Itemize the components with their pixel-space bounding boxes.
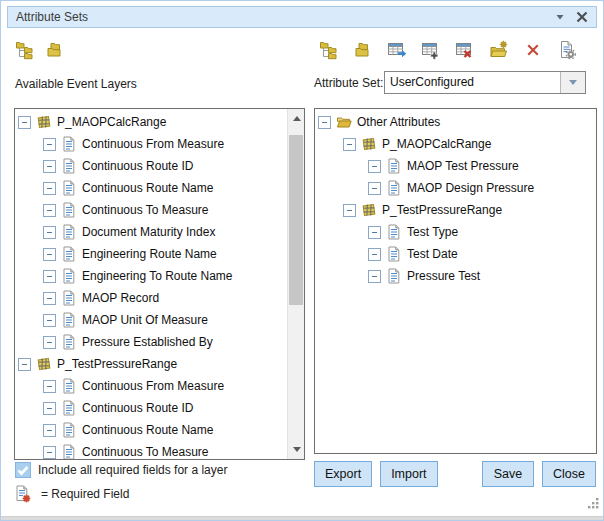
tree-item[interactable]: Pressure Established By	[15, 331, 287, 353]
collapse-toggle[interactable]	[43, 138, 56, 151]
attribute-set-row: Attribute Set: UserConfigured	[314, 71, 586, 94]
tree-item-label: Continuous To Measure	[82, 445, 209, 459]
collapse-toggle[interactable]	[318, 116, 331, 129]
export-button[interactable]: Export	[314, 461, 372, 487]
collapse-toggle[interactable]	[43, 446, 56, 459]
save-button[interactable]: Save	[482, 461, 534, 487]
report-settings-button[interactable]	[557, 40, 577, 60]
attribute-set-layers-button[interactable]	[319, 40, 339, 60]
window-collapse-button[interactable]	[552, 9, 568, 25]
minus-icon	[47, 232, 52, 233]
field-icon	[61, 444, 77, 460]
dropdown-arrow-button[interactable]	[560, 72, 585, 93]
collapse-toggle[interactable]	[43, 248, 56, 261]
collapse-toggle[interactable]	[43, 314, 56, 327]
tree-item[interactable]: P_TestPressureRange	[15, 353, 287, 375]
tree-item[interactable]: Test Type	[315, 221, 596, 243]
tree-item-label: Test Date	[407, 247, 458, 261]
close-button[interactable]: Close	[542, 461, 596, 487]
tree-item[interactable]: Continuous From Measure	[15, 133, 287, 155]
field-icon	[61, 290, 77, 306]
tree-item[interactable]: P_TestPressureRange	[315, 199, 596, 221]
open-folder-button[interactable]	[353, 40, 373, 60]
vertical-scrollbar[interactable]	[287, 109, 304, 459]
minus-icon	[47, 188, 52, 189]
tree-item[interactable]: Engineering Route Name	[15, 243, 287, 265]
scroll-down-button[interactable]	[288, 441, 305, 458]
remove-table-button[interactable]	[455, 40, 475, 60]
collapse-toggle[interactable]	[18, 358, 31, 371]
tree-item[interactable]: Pressure Test	[315, 265, 596, 287]
event-layer-icon	[361, 136, 377, 152]
field-icon	[61, 202, 77, 218]
collapse-toggle[interactable]	[343, 204, 356, 217]
collapse-toggle[interactable]	[368, 182, 381, 195]
tree-item[interactable]: P_MAOPCalcRange	[315, 133, 596, 155]
collapse-toggle[interactable]	[43, 226, 56, 239]
tree-item[interactable]: Continuous Route ID	[15, 397, 287, 419]
open-attribute-set-button[interactable]	[45, 40, 65, 60]
import-button[interactable]: Import	[380, 461, 437, 487]
caret-down-icon	[555, 12, 565, 22]
tree-item[interactable]: Continuous To Measure	[15, 199, 287, 221]
minus-icon	[47, 166, 52, 167]
scrollbar-thumb[interactable]	[289, 135, 303, 305]
field-icon	[386, 158, 402, 174]
collapse-toggle[interactable]	[343, 138, 356, 151]
tree-item-label: MAOP Record	[82, 291, 159, 305]
minus-icon	[372, 166, 377, 167]
collapse-toggle[interactable]	[18, 116, 31, 129]
tree-item[interactable]: Document Maturity Index	[15, 221, 287, 243]
resize-grip-icon	[587, 497, 600, 510]
tree-item-label: Engineering Route Name	[82, 247, 217, 261]
tree-item[interactable]: Continuous To Measure	[15, 441, 287, 460]
collapse-toggle[interactable]	[43, 402, 56, 415]
tree-item[interactable]: Continuous Route Name	[15, 419, 287, 441]
tree-item[interactable]: P_MAOPCalcRange	[15, 111, 287, 133]
collapse-toggle[interactable]	[43, 182, 56, 195]
collapse-toggle[interactable]	[43, 336, 56, 349]
tree-item[interactable]: MAOP Unit Of Measure	[15, 309, 287, 331]
window-close-button[interactable]	[574, 9, 590, 25]
include-required-row: Include all required fields for a layer	[15, 462, 227, 478]
collapse-toggle[interactable]	[43, 270, 56, 283]
collapse-toggle[interactable]	[43, 204, 56, 217]
event-layer-icon	[361, 202, 377, 218]
collapse-toggle[interactable]	[43, 160, 56, 173]
scroll-up-button[interactable]	[288, 110, 305, 127]
tree-item[interactable]: Engineering To Route Name	[15, 265, 287, 287]
new-group-button[interactable]	[489, 40, 509, 60]
tree-item[interactable]: MAOP Record	[15, 287, 287, 309]
include-required-checkbox[interactable]	[15, 462, 31, 478]
toolbar-right-group	[319, 40, 577, 60]
add-table-button[interactable]	[421, 40, 441, 60]
field-icon	[386, 246, 402, 262]
resize-grip[interactable]	[587, 496, 600, 514]
layer-tree-icon	[15, 40, 35, 60]
delete-button[interactable]	[523, 40, 543, 60]
tree-item[interactable]: MAOP Design Pressure	[315, 177, 596, 199]
collapse-toggle[interactable]	[43, 424, 56, 437]
window-bottom-edge[interactable]	[1, 516, 603, 520]
title-bar: Attribute Sets	[7, 6, 597, 28]
tree-item-label: Pressure Established By	[82, 335, 213, 349]
collapse-toggle[interactable]	[368, 270, 381, 283]
collapse-toggle[interactable]	[43, 292, 56, 305]
collapse-toggle[interactable]	[368, 248, 381, 261]
tree-item[interactable]: Continuous From Measure	[15, 375, 287, 397]
attribute-set-dropdown[interactable]: UserConfigured	[384, 71, 586, 94]
new-attribute-set-button[interactable]	[15, 40, 35, 60]
field-icon	[61, 158, 77, 174]
tree-item[interactable]: Test Date	[315, 243, 596, 265]
collapse-toggle[interactable]	[368, 160, 381, 173]
table-add-icon	[421, 40, 441, 60]
tree-item[interactable]: Other Attributes	[315, 111, 596, 133]
scroll-up-icon	[293, 116, 301, 121]
collapse-toggle[interactable]	[368, 226, 381, 239]
export-table-button[interactable]	[387, 40, 407, 60]
field-icon	[61, 268, 77, 284]
tree-item[interactable]: MAOP Test Pressure	[315, 155, 596, 177]
collapse-toggle[interactable]	[43, 380, 56, 393]
tree-item[interactable]: Continuous Route Name	[15, 177, 287, 199]
tree-item[interactable]: Continuous Route ID	[15, 155, 287, 177]
